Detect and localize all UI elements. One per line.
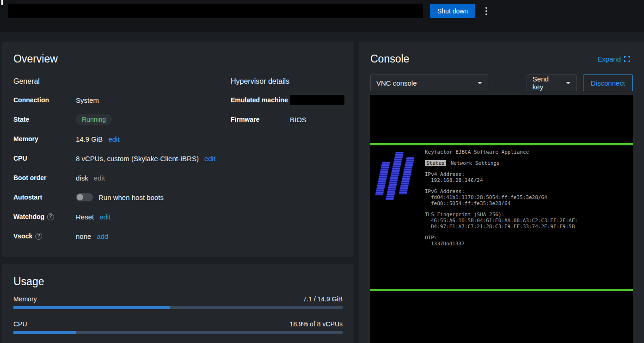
hypervisor-heading: Hypervisor details [231,77,344,86]
console-header: Console Expand [370,53,633,65]
cpu-edit-link[interactable]: edit [204,155,215,162]
state-running-badge: Running [76,114,112,125]
hypervisor-section: Hypervisor details Emulated machine Firm… [231,73,344,246]
redacted-emulated-machine-value [290,95,344,105]
console-tab-network-settings: Network Settings [451,160,500,166]
vnc-console-screen[interactable]: Keyfactor EJBCA Software Appliance Statu… [370,95,633,343]
console-tab-status: Status [425,160,446,166]
ipv6-value-1: fd04:41b1:1170:28:5054:ff:fe35:3e28/64 [425,194,578,200]
row-vsock: Vsock ? none add [13,226,231,246]
console-card: Console Expand VNC console Send key [359,42,644,343]
row-cpu: CPU 8 vCPUs, custom (Skylake-Client-IBRS… [13,149,231,168]
ejbca-logo [375,149,421,289]
console-type-select[interactable]: VNC console [370,75,488,91]
ipv6-value-2: fe80::5054:ff:fe35:3e28/64 [425,200,578,206]
otp-label: OTP: [425,235,578,241]
row-state: State Running [13,110,231,129]
send-key-label: Send key [533,75,561,91]
cpu-progress-fill [13,331,76,334]
boot-order-edit-link[interactable]: edit [94,174,105,182]
cursor-artifact [1,0,3,5]
usage-cpu-row: CPU 18.9% of 8 vCPUs [13,320,343,328]
toggle-knob [77,194,83,200]
watchdog-label: Watchdog [13,213,44,220]
tls-fingerprint-value-2: D4:97:E1:A7:C7:21:28:C3:E9:FF:33:74:2E:9… [425,224,578,230]
firmware-value: BIOS [290,116,307,124]
watchdog-edit-link[interactable]: edit [99,213,110,221]
row-watchdog: Watchdog ? Reset edit [13,207,231,226]
kebab-menu-icon[interactable] [481,4,492,18]
vsock-label: Vsock [13,232,32,240]
state-label: State [13,116,76,123]
disconnect-button[interactable]: Disconnect [583,75,633,91]
row-autostart: Autostart Run when host boots [13,187,231,207]
console-tabs: Status Network Settings [425,160,578,166]
row-connection: Connection System [13,90,231,110]
vsock-value: none [76,232,91,240]
general-section: General Connection System State Running … [13,73,231,246]
usage-cpu-label: CPU [13,320,27,328]
memory-edit-link[interactable]: edit [108,135,119,143]
memory-label: Memory [13,135,76,143]
autostart-toggle[interactable] [76,193,93,201]
cpu-label: CPU [13,155,76,162]
tls-fingerprint-label: TLS Fingerprint (SHA-256): [425,212,578,218]
ipv4-value: 192.168.28.146/24 [425,177,578,183]
autostart-toggle-text: Run when host boots [98,193,164,201]
emulated-machine-label: Emulated machine [231,96,290,104]
row-firmware: Firmware BIOS [231,110,344,129]
general-heading: General [13,77,231,86]
memory-progress-bar [13,306,343,309]
chevron-down-icon [478,82,482,84]
usage-cpu-value: 18.9% of 8 vCPUs [290,320,343,328]
console-appliance-title: Keyfactor EJBCA Software Appliance [425,149,578,155]
console-toolbar: VNC console Send key Disconnect [370,75,633,91]
row-memory: Memory 14.9 GiB edit [13,129,231,149]
row-boot-order: Boot order disk edit [13,168,231,187]
cpu-value: 8 vCPUs, custom (Skylake-Client-IBRS) [76,155,199,162]
console-text: Keyfactor EJBCA Software Appliance Statu… [421,149,578,289]
vsock-add-link[interactable]: add [97,232,108,240]
usage-memory-row: Memory 7.1 / 14.9 GiB [13,295,343,303]
usage-memory-value: 7.1 / 14.9 GiB [303,295,343,303]
ipv6-label: IPv6 Address: [425,188,578,194]
help-icon[interactable]: ? [47,213,54,220]
tls-fingerprint-value-1: 46:55:A6:10:5B:04:61:E0:AA:08:A3:C2:C3:E… [425,218,578,224]
expand-icon [624,56,630,62]
autostart-label: Autostart [13,193,76,201]
expand-label: Expand [597,55,621,63]
shutdown-button[interactable]: Shut down [430,4,475,18]
boot-order-label: Boot order [13,174,76,181]
row-emulated-machine: Emulated machine [231,90,344,110]
redacted-vm-title [8,4,423,18]
overview-title: Overview [13,53,343,65]
connection-value: System [76,96,99,104]
console-expand-button[interactable]: Expand [595,55,633,63]
otp-value: 1337Und1337 [425,241,578,247]
console-title: Console [370,53,409,65]
usage-title: Usage [13,275,343,288]
boot-order-value: disk [76,174,88,182]
overview-grid: General Connection System State Running … [13,73,343,246]
cpu-progress-bar [13,331,343,334]
usage-memory-label: Memory [13,295,37,303]
console-type-selected: VNC console [376,79,417,87]
firmware-label: Firmware [231,116,290,123]
watchdog-value: Reset [76,213,94,221]
connection-label: Connection [13,96,76,104]
chevron-down-icon [566,82,570,84]
usage-card: Usage Memory 7.1 / 14.9 GiB CPU 18.9% of… [2,264,354,343]
masthead: Shut down [0,0,644,32]
ipv4-label: IPv4 Address: [425,171,578,177]
left-column: Overview General Connection System State… [2,42,354,343]
right-column: Console Expand VNC console Send key [359,42,644,343]
send-key-dropdown[interactable]: Send key [527,75,577,91]
overview-card: Overview General Connection System State… [2,42,354,257]
console-separator-bottom [370,289,633,291]
main-content: Overview General Connection System State… [0,32,644,343]
memory-value: 14.9 GiB [76,135,103,143]
help-icon[interactable]: ? [35,233,42,240]
memory-progress-fill [13,306,170,309]
